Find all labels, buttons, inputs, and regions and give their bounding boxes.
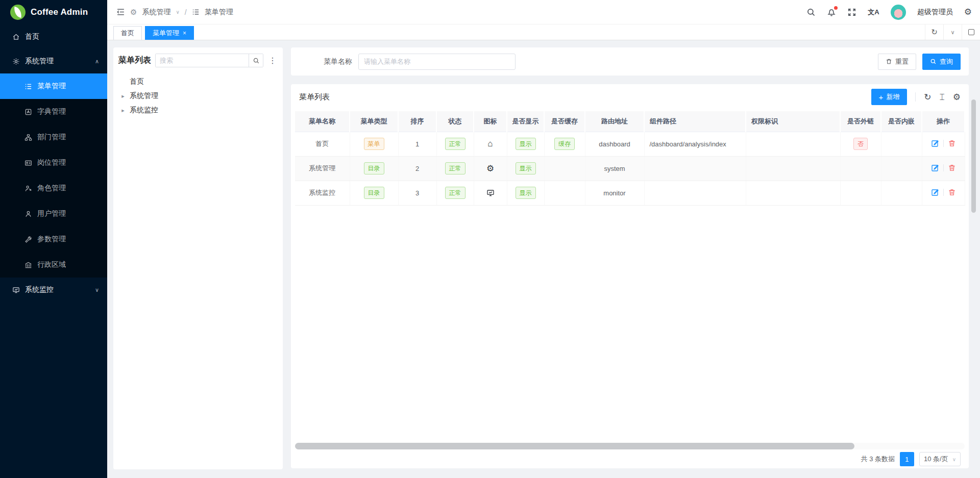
monitor-icon [474,189,507,197]
pagination-total: 共 3 条数据 [861,455,895,464]
visible-tag: 显示 [516,187,536,199]
tree-more-kebab-icon[interactable]: ⋮ [267,56,278,65]
translate-icon[interactable]: 文A [868,8,879,17]
sidebar-submenu-system: 菜单管理 字典管理 部门管理 岗位管理 角色管理 用户管理 参数管理 行政区域 [0,73,107,278]
caret-icon[interactable]: ▸ [120,107,126,114]
col-header: 是否外链 [840,111,881,132]
sidebar-item-system[interactable]: 系统管理 ∧ [0,49,107,73]
cell-sort: 3 [398,181,436,205]
cell-actions [922,132,965,156]
edit-icon[interactable] [931,164,939,172]
app-logo: Coffee Admin [0,0,107,24]
delete-icon[interactable] [948,164,956,172]
notification-bell[interactable] [827,8,836,17]
cell-route: system [585,156,644,181]
col-header: 是否内嵌 [881,111,922,132]
tree-node-label: 系统监控 [130,106,158,115]
tab-label: 首页 [121,29,134,38]
sidebar-item-label: 部门管理 [37,133,66,142]
col-header: 组件路径 [644,111,746,132]
cell-icon: ⚙ [474,156,507,181]
tree-node-system[interactable]: ▸ 系统管理 [118,89,278,103]
query-button[interactable]: 查询 [922,54,961,70]
table-row[interactable]: 系统监控 目录 3 正常 显示 monitor [295,181,965,205]
tab-home[interactable]: 首页 [113,26,142,40]
table-row[interactable]: 系统管理 目录 2 正常 ⚙ 显示 system [295,156,965,181]
visible-tag: 显示 [516,138,536,150]
page-size-select[interactable]: 10 条/页 ∨ [919,452,961,466]
monitor-icon [12,286,20,294]
sidebar-item-param-mgmt[interactable]: 参数管理 [0,227,107,252]
close-icon[interactable]: × [183,30,186,37]
cell-perm [746,156,840,181]
cell-external [840,156,881,181]
search-icon[interactable] [806,8,816,17]
org-chart-icon [24,134,32,141]
horizontal-scrollbar-thumb[interactable] [295,443,854,449]
cell-cache: 缓存 [544,132,585,156]
tab-options-chevron-icon[interactable]: ∨ [943,24,962,40]
status-tag: 正常 [445,187,465,199]
sidebar-item-label: 菜单管理 [37,82,66,91]
breadcrumb-list-icon [192,8,200,16]
fullscreen-icon[interactable] [847,8,856,17]
cell-component [644,156,746,181]
edit-icon[interactable] [931,188,939,196]
cell-status: 正常 [436,132,474,156]
user-icon [24,210,32,218]
refresh-table-icon[interactable]: ↻ [924,93,931,102]
col-header: 是否缓存 [544,111,585,132]
breadcrumb-separator: / [185,8,187,16]
user-name[interactable]: 超级管理员 [917,8,953,17]
menu-name-input[interactable] [358,54,516,70]
id-card-icon [24,159,32,167]
sidebar-item-dept-mgmt[interactable]: 部门管理 [0,124,107,150]
cell-embed [881,132,922,156]
sidebar-item-monitor[interactable]: 系统监控 ∨ [0,278,107,302]
refresh-tab-icon[interactable]: ↻ [925,24,943,40]
tree-search-input[interactable] [156,54,249,67]
page-number-button[interactable]: 1 [900,452,914,466]
tree-node-home[interactable]: ▸ 首页 [118,74,278,89]
chevron-down-icon: ∨ [95,287,99,293]
edit-icon[interactable] [931,139,939,147]
sidebar-item-menu-mgmt[interactable]: 菜单管理 [0,73,107,99]
settings-gear-icon[interactable]: ⚙ [964,7,972,17]
content-fullscreen-icon[interactable] [962,24,980,40]
vertical-scrollbar-thumb[interactable] [971,99,976,213]
column-settings-gear-icon[interactable]: ⚙ [953,93,961,102]
sidebar-item-post-mgmt[interactable]: 岗位管理 [0,150,107,175]
cell-visible: 显示 [507,156,544,181]
delete-icon[interactable] [948,188,956,196]
sidebar-item-role-mgmt[interactable]: 角色管理 [0,175,107,201]
caret-icon[interactable]: ▸ [120,93,126,99]
reset-button[interactable]: 重置 [878,54,916,70]
sidebar-item-home[interactable]: 首页 [0,24,107,49]
cell-menu-type: 目录 [350,181,398,205]
avatar[interactable] [891,5,906,20]
col-header: 菜单类型 [350,111,398,132]
top-header: ⚙ 系统管理 ∨ / 菜单管理 文A 超级管理员 ⚙ [107,0,980,24]
sidebar-item-label: 行政区域 [37,260,66,269]
sidebar-item-region-mgmt[interactable]: 行政区域 [0,252,107,278]
tab-menu-mgmt[interactable]: 菜单管理 × [145,26,194,40]
sidebar-item-label: 字典管理 [37,107,66,116]
app-title: Coffee Admin [31,7,88,17]
sidebar-item-user-mgmt[interactable]: 用户管理 [0,201,107,227]
tree-search-button[interactable] [249,54,263,67]
cell-component: /dashboard/analysis/index [644,132,746,156]
tab-label: 菜单管理 [153,29,179,38]
query-label: 查询 [940,57,953,66]
row-density-icon[interactable]: ⌶ [940,93,945,102]
tree-search [155,54,263,67]
cell-icon: ⌂ [474,132,507,156]
collapse-sidebar-icon[interactable] [116,8,125,16]
col-header: 路由地址 [585,111,644,132]
sidebar-item-label: 系统管理 [25,57,54,66]
add-button[interactable]: + 新增 [871,89,908,105]
delete-icon[interactable] [948,139,956,147]
sidebar-item-dict-mgmt[interactable]: 字典管理 [0,99,107,124]
breadcrumb-parent[interactable]: 系统管理 [142,8,170,17]
table-row[interactable]: 首页 菜单 1 正常 ⌂ 显示 缓存 dashboard /dashboard/… [295,132,965,156]
tree-node-monitor[interactable]: ▸ 系统监控 [118,103,278,117]
